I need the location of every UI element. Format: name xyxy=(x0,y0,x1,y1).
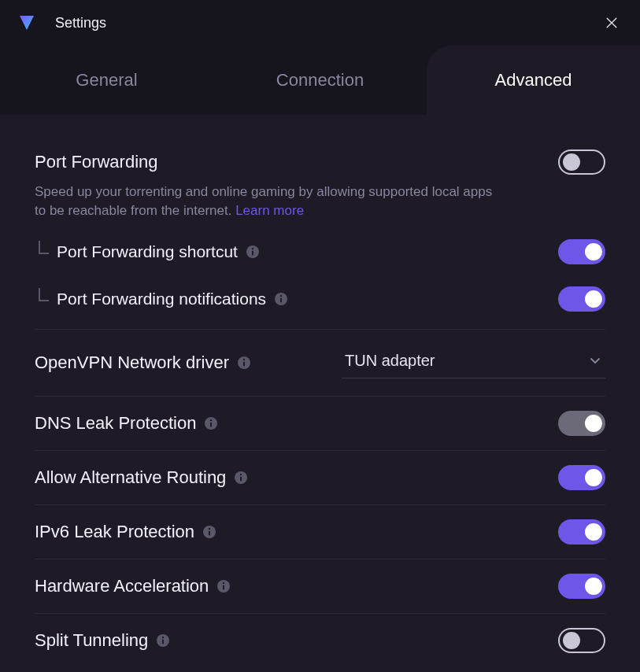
toggle-knob xyxy=(585,415,602,432)
svg-rect-19 xyxy=(223,585,224,589)
info-icon[interactable] xyxy=(234,471,248,485)
port-forwarding-sub-options: Port Forwarding shortcut Port Forwarding… xyxy=(35,228,605,323)
svg-point-8 xyxy=(243,358,245,360)
hardware-accel-label: Hardware Acceleration xyxy=(35,576,558,596)
info-icon[interactable] xyxy=(237,356,251,370)
toggle-knob xyxy=(563,153,580,171)
row-split-tunneling: Split Tunneling xyxy=(35,613,605,667)
openvpn-driver-dropdown[interactable]: TUN adapter xyxy=(342,347,605,378)
toggle-knob xyxy=(585,523,602,541)
section-port-forwarding: Port Forwarding Speed up your torrenting… xyxy=(35,150,605,323)
svg-rect-7 xyxy=(243,361,245,366)
row-dns-leak-protection: DNS Leak Protection xyxy=(35,396,605,450)
chevron-down-icon xyxy=(588,353,602,367)
settings-panel: Port Forwarding Speed up your torrenting… xyxy=(0,115,640,672)
svg-point-11 xyxy=(210,419,212,420)
toggle-ipv6-leak[interactable] xyxy=(558,519,605,545)
svg-rect-1 xyxy=(252,250,253,255)
toggle-pf-shortcut[interactable] xyxy=(558,239,605,264)
svg-point-2 xyxy=(252,247,253,249)
learn-more-link[interactable]: Learn more xyxy=(235,203,304,218)
port-forwarding-label: Port Forwarding xyxy=(35,152,558,172)
tab-advanced[interactable]: Advanced xyxy=(427,46,640,115)
close-icon xyxy=(604,15,620,31)
info-icon[interactable] xyxy=(216,579,231,593)
tab-connection[interactable]: Connection xyxy=(213,46,427,115)
tab-bar: General Connection Advanced xyxy=(0,46,640,115)
openvpn-driver-value: TUN adapter xyxy=(345,352,588,370)
toggle-pf-notifications[interactable] xyxy=(558,286,605,312)
toggle-knob xyxy=(585,290,602,308)
toggle-dns-leak[interactable] xyxy=(558,411,605,436)
svg-point-14 xyxy=(240,473,242,474)
svg-rect-13 xyxy=(240,476,242,481)
dns-leak-label: DNS Leak Protection xyxy=(35,413,558,434)
info-icon[interactable] xyxy=(202,525,216,539)
pf-notifications-label: Port Forwarding notifications xyxy=(57,290,558,308)
row-ipv6-leak: IPv6 Leak Protection xyxy=(35,504,605,559)
split-tunneling-label: Split Tunneling xyxy=(35,630,558,651)
tab-general[interactable]: General xyxy=(0,46,213,115)
row-port-forwarding: Port Forwarding xyxy=(35,150,605,187)
toggle-hardware-accel[interactable] xyxy=(558,574,605,599)
tree-elbow-icon xyxy=(35,241,52,263)
alt-routing-label: Allow Alternative Routing xyxy=(35,467,558,488)
tree-elbow-icon xyxy=(35,288,52,310)
app-logo xyxy=(17,13,36,32)
svg-point-20 xyxy=(223,582,224,583)
row-pf-notifications: Port Forwarding notifications xyxy=(35,275,605,323)
info-icon[interactable] xyxy=(204,416,218,430)
toggle-knob xyxy=(563,632,580,649)
svg-point-5 xyxy=(280,294,282,296)
toggle-knob xyxy=(585,243,602,260)
toggle-port-forwarding[interactable] xyxy=(558,150,605,175)
toggle-knob xyxy=(585,469,602,486)
row-alt-routing: Allow Alternative Routing xyxy=(35,450,605,504)
svg-rect-22 xyxy=(162,639,164,644)
svg-rect-4 xyxy=(280,297,282,302)
info-icon[interactable] xyxy=(156,633,170,648)
toggle-split-tunneling[interactable] xyxy=(558,628,605,653)
row-pf-shortcut: Port Forwarding shortcut xyxy=(35,228,605,275)
row-openvpn-driver: OpenVPN Network driver TUN adapter xyxy=(35,329,605,396)
svg-rect-16 xyxy=(209,530,210,535)
svg-rect-10 xyxy=(210,422,212,426)
info-icon[interactable] xyxy=(246,245,260,259)
info-icon[interactable] xyxy=(274,292,288,306)
ipv6-leak-label: IPv6 Leak Protection xyxy=(35,522,558,542)
title-bar: Settings xyxy=(0,0,640,46)
toggle-alt-routing[interactable] xyxy=(558,465,605,490)
svg-point-17 xyxy=(209,527,210,529)
port-forwarding-description: Speed up your torrenting and online gami… xyxy=(35,183,507,220)
close-button[interactable] xyxy=(599,10,624,35)
toggle-knob xyxy=(585,578,602,595)
svg-point-23 xyxy=(162,636,164,637)
window-title: Settings xyxy=(55,15,599,31)
pf-shortcut-label: Port Forwarding shortcut xyxy=(57,242,558,261)
row-hardware-accel: Hardware Acceleration xyxy=(35,559,605,613)
openvpn-driver-label: OpenVPN Network driver xyxy=(35,353,342,373)
